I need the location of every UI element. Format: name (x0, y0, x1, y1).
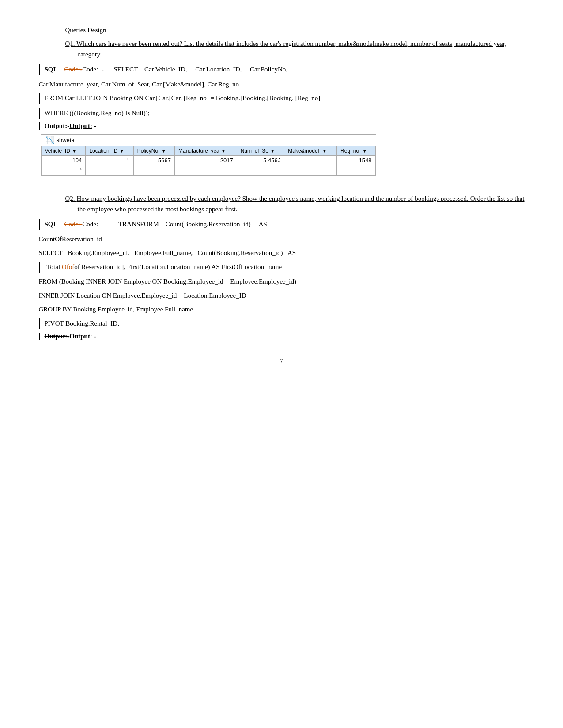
sql2-line4: INNER JOIN Location ON Employee.Employee… (39, 290, 525, 302)
page-number: 7 (39, 358, 525, 365)
new-cell-2 (86, 165, 133, 175)
q2-text: Q2. How many bookings have been processe… (65, 193, 525, 214)
output2-dash: - (94, 333, 96, 340)
sql2-line2b-block: [Total Ofofof Reservation_id], First(Loc… (39, 262, 525, 273)
code-under: Code: (82, 66, 98, 73)
table-tab: 📉 shweta (41, 135, 376, 146)
sql1-block: SQL Code:-Code: - SELECT Car.Vehicle_ID,… (39, 64, 525, 75)
where1-text: WHERE (((Booking.Reg_no) Is Null)); (45, 108, 525, 119)
sql2-pivot-block: PIVOT Booking.Rental_ID; (39, 318, 525, 330)
table-new-row: * (41, 165, 375, 175)
output-dash: - (94, 122, 96, 129)
q1-block: Q1. Which cars have never been rented ou… (39, 38, 525, 60)
from1-block: FROM Car LEFT JOIN Booking ON Car.[Car.[… (39, 93, 525, 104)
new-cell-7 (337, 165, 375, 175)
new-cell-3 (133, 165, 174, 175)
star-cell: * (41, 165, 86, 175)
output1-block: Output:-Output: - (39, 122, 525, 130)
col-vehicle-id: Vehicle_ID ▼ (41, 146, 86, 156)
q2-block: Q2. How many bookings have been processe… (39, 193, 525, 214)
output2-strike: Output:- (45, 333, 70, 340)
output2-normal: Output: (69, 333, 92, 340)
sql2-line1: SQL Code:-Code: - TRANSFORM Count(Bookin… (45, 219, 525, 230)
page-content: Queries Design Q1. Which cars have never… (39, 26, 525, 365)
q2-label: Q2. (65, 195, 75, 202)
cell-make-model (284, 156, 337, 165)
table1-container: 📉 shweta Vehicle_ID ▼ Location_ID ▼ Poli… (41, 134, 376, 176)
code-strike: Code:- (64, 66, 83, 73)
sql2-code-strike: Code:- (64, 221, 83, 228)
q1-text: Q1. Which cars have never been rented ou… (65, 38, 525, 60)
sql2-line2b: [Total Ofofof Reservation_id], First(Loc… (45, 262, 525, 273)
make-strike: make&model (338, 40, 374, 47)
cell-location-id: 1 (86, 156, 133, 165)
sql2-label: SQL (45, 221, 58, 228)
output-normal: Output: (69, 122, 92, 129)
col-make-model: Make&model ▼ (284, 146, 337, 156)
where1-block: WHERE (((Booking.Reg_no) Is Null)); (39, 108, 525, 119)
sql-label: SQL (45, 66, 58, 73)
sql2-line3: FROM (Booking INNER JOIN Employee ON Boo… (39, 276, 525, 288)
col-reg-no: Reg_no ▼ (337, 146, 375, 156)
col-manufacture-year: Manufacture_yea ▼ (175, 146, 237, 156)
result-table: Vehicle_ID ▼ Location_ID ▼ PolicyNo ▼ Ma… (41, 146, 376, 175)
sql1-body: Car.Manufacture_year, Car.Num_of_Seat, C… (39, 79, 525, 90)
tab-name: shweta (57, 137, 75, 143)
output1-label: Output:-Output: - (45, 122, 525, 130)
table-row: 104 1 5667 2017 5 456J 1548 (41, 156, 375, 165)
cell-vehicle-id: 104 (41, 156, 86, 165)
sql2-code-under: Code: (82, 221, 98, 228)
new-cell-5 (237, 165, 284, 175)
from1-line: FROM Car LEFT JOIN Booking ON Car.[Car.[… (45, 93, 525, 104)
sql2-line2: SELECT Booking.Employee_id, Employee.Ful… (39, 248, 525, 259)
sql2-dash: - (103, 221, 105, 228)
dash: - (102, 66, 104, 73)
new-cell-4 (175, 165, 237, 175)
make-normal: make model (374, 40, 407, 47)
col-num-seat: Num_of_Se ▼ (237, 146, 284, 156)
cell-reg-no: 1548 (337, 156, 375, 165)
table-icon: 📉 (45, 136, 54, 144)
car-strike: Car.[Car. (145, 94, 169, 101)
heading-text: Queries Design (65, 26, 106, 34)
output-strike: Output:- (45, 122, 70, 129)
category-text: category. (78, 51, 102, 58)
sql2-line5: GROUP BY Booking.Employee_id, Employee.F… (39, 304, 525, 315)
new-cell-6 (284, 165, 337, 175)
booking-strike: Booking.[Booking. (216, 94, 267, 101)
q1-body: Which cars have never been rented out? L… (76, 40, 506, 58)
cell-num-seat: 5 456J (237, 156, 284, 165)
q2-body: How many bookings have been processed by… (76, 195, 524, 213)
ofof-strike: Ofof (62, 263, 74, 270)
col-location-id: Location_ID ▼ (86, 146, 133, 156)
page-num-text: 7 (280, 358, 283, 364)
cell-policyno: 5667 (133, 156, 174, 165)
section-heading: Queries Design (39, 26, 525, 34)
cell-manufacture-year: 2017 (175, 156, 237, 165)
table-header-row: Vehicle_ID ▼ Location_ID ▼ PolicyNo ▼ Ma… (41, 146, 375, 156)
table1-wrapper: 📉 shweta Vehicle_ID ▼ Location_ID ▼ Poli… (40, 134, 525, 184)
sql2-block: SQL Code:-Code: - TRANSFORM Count(Bookin… (39, 219, 525, 230)
q1-label: Q1. (65, 40, 75, 47)
sql2-line1-end: CountOfReservation_id (39, 234, 525, 245)
sql1-line: SQL Code:-Code: - SELECT Car.Vehicle_ID,… (45, 64, 525, 75)
output2-label: Output:-Output: - (45, 333, 525, 340)
col-policyno: PolicyNo ▼ (133, 146, 174, 156)
sql2-pivot: PIVOT Booking.Rental_ID; (45, 318, 525, 330)
output2-block: Output:-Output: - (39, 333, 525, 340)
